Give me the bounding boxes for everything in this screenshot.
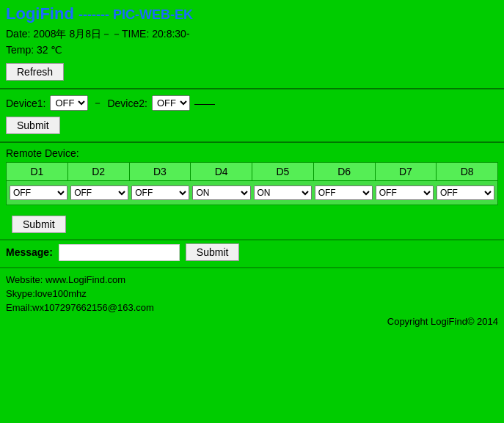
device-separator: －: [92, 97, 103, 110]
remote-select-row: OFFON OFFON OFFON OFFON OFFON OFFON OFFO…: [7, 181, 497, 205]
message-section: Message: Submit: [0, 239, 504, 267]
remote-col-d4: D4: [191, 163, 252, 180]
remote-col-d8: D8: [437, 163, 497, 180]
subtitle: ------- PIC-WEB-EK: [78, 7, 193, 22]
device-section: Device1: OFF ON － Device2: OFF ON —— Sub…: [0, 89, 504, 141]
remote-submit-button[interactable]: Submit: [12, 216, 66, 233]
device1-select[interactable]: OFF ON: [50, 95, 88, 111]
app-name: LogiFind: [6, 4, 74, 23]
footer-email: Email:wx107297662156@163.com: [6, 302, 498, 313]
message-input[interactable]: [59, 244, 180, 261]
remote-d6-select[interactable]: OFFON: [315, 185, 373, 200]
remote-d7-select[interactable]: OFFON: [376, 185, 434, 200]
header-section: LogiFind ------- PIC-WEB-EK Date: 2008年 …: [0, 0, 504, 88]
remote-col-d1: D1: [7, 163, 68, 180]
remote-d4-select[interactable]: OFFON: [192, 185, 250, 200]
remote-d8-select[interactable]: OFFON: [437, 185, 494, 200]
message-submit-button[interactable]: Submit: [186, 243, 240, 261]
device2-select[interactable]: OFF ON: [152, 95, 190, 111]
footer-skype: Skype:love100mhz: [6, 288, 498, 299]
device-submit-button[interactable]: Submit: [6, 117, 60, 134]
temp-line: Temp: 32 ℃: [6, 44, 498, 56]
date-line: Date: 2008年 8月8日－－TIME: 20:8:30-: [6, 28, 498, 41]
refresh-button[interactable]: Refresh: [6, 63, 64, 81]
remote-col-d2: D2: [68, 163, 130, 180]
remote-col-d5: D5: [252, 163, 314, 180]
device2-label: Device2:: [107, 98, 147, 109]
remote-col-d7: D7: [376, 163, 437, 180]
remote-d5-select[interactable]: OFFON: [254, 185, 312, 200]
remote-table: D1 D2 D3 D4 D5 D6 D7 D8 OFFON OFFON OFFO…: [6, 162, 498, 205]
remote-d2-select[interactable]: OFFON: [70, 185, 128, 200]
remote-col-d6: D6: [314, 163, 376, 180]
remote-section: Remote Device: D1 D2 D3 D4 D5 D6 D7 D8 O…: [0, 143, 504, 239]
device1-label: Device1:: [6, 98, 45, 109]
device-row: Device1: OFF ON － Device2: OFF ON ——: [6, 95, 498, 111]
remote-header-row: D1 D2 D3 D4 D5 D6 D7 D8: [7, 163, 497, 181]
remote-d1-select[interactable]: OFFON: [10, 185, 67, 200]
message-label: Message:: [6, 246, 53, 258]
footer-website: Website: www.LogiFind.com: [6, 274, 498, 285]
footer-section: Website: www.LogiFind.com Skype:love100m…: [0, 267, 504, 330]
remote-submit-row: Submit: [6, 205, 498, 239]
footer-copyright: Copyright LogiFind© 2014: [6, 316, 498, 327]
device-separator2: ——: [194, 98, 215, 109]
remote-d3-select[interactable]: OFFON: [131, 185, 189, 200]
remote-label: Remote Device:: [6, 147, 498, 159]
header-title: LogiFind ------- PIC-WEB-EK: [6, 4, 498, 23]
remote-col-d3: D3: [130, 163, 191, 180]
